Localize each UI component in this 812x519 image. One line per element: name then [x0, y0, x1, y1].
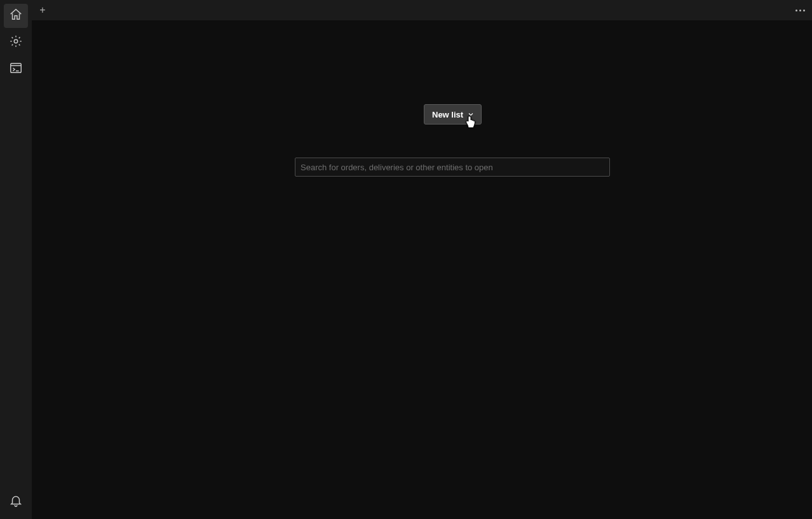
bell-icon: [9, 494, 23, 510]
tab-bar: +: [32, 0, 812, 20]
new-tab-button[interactable]: +: [32, 0, 53, 20]
sidebar-item-home[interactable]: [4, 4, 28, 28]
terminal-icon: [9, 61, 23, 78]
sidebar-item-notifications[interactable]: [4, 490, 28, 514]
tabbar-overflow-button[interactable]: [788, 0, 812, 20]
home-icon: [9, 8, 23, 24]
search-input[interactable]: [295, 158, 610, 177]
plus-icon: +: [39, 5, 45, 15]
sidebar-top-group: [0, 4, 32, 81]
chevron-down-icon: [467, 111, 475, 118]
sidebar-item-settings[interactable]: [4, 30, 28, 55]
gear-icon: [9, 34, 23, 51]
new-list-button[interactable]: New list: [424, 104, 482, 125]
tabbar-spacer: [53, 0, 788, 20]
svg-point-0: [14, 39, 18, 43]
sidebar: [0, 0, 32, 519]
content-area: New list: [32, 20, 812, 519]
more-horizontal-icon: [795, 10, 805, 11]
main-column: + New list: [32, 0, 812, 519]
new-list-label: New list: [432, 110, 463, 119]
sidebar-item-terminal[interactable]: [4, 57, 28, 81]
